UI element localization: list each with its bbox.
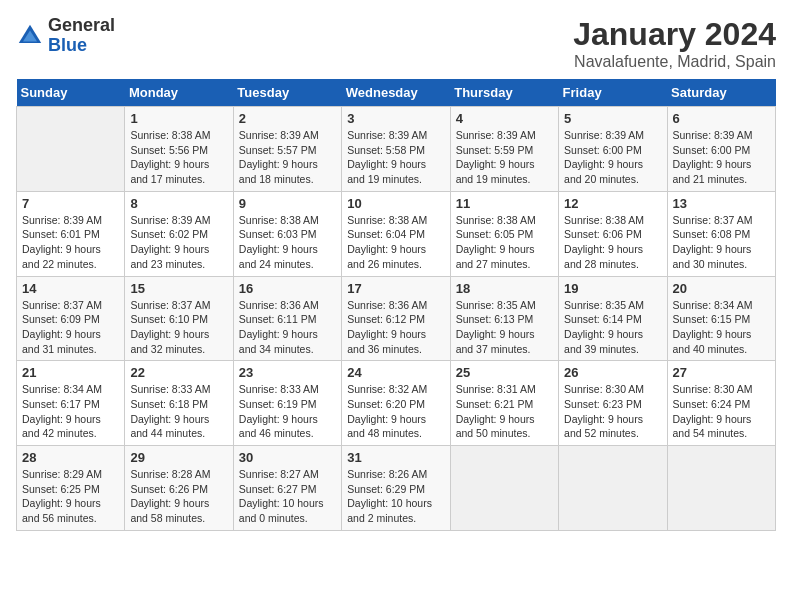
day-number: 9 [239, 196, 336, 211]
calendar-cell: 7Sunrise: 8:39 AM Sunset: 6:01 PM Daylig… [17, 191, 125, 276]
calendar-cell: 18Sunrise: 8:35 AM Sunset: 6:13 PM Dayli… [450, 276, 558, 361]
calendar-cell: 19Sunrise: 8:35 AM Sunset: 6:14 PM Dayli… [559, 276, 667, 361]
calendar-cell: 13Sunrise: 8:37 AM Sunset: 6:08 PM Dayli… [667, 191, 775, 276]
weekday-header-row: SundayMondayTuesdayWednesdayThursdayFrid… [17, 79, 776, 107]
calendar-cell: 26Sunrise: 8:30 AM Sunset: 6:23 PM Dayli… [559, 361, 667, 446]
day-number: 7 [22, 196, 119, 211]
calendar-cell: 14Sunrise: 8:37 AM Sunset: 6:09 PM Dayli… [17, 276, 125, 361]
calendar-cell: 30Sunrise: 8:27 AM Sunset: 6:27 PM Dayli… [233, 446, 341, 531]
day-number: 8 [130, 196, 227, 211]
weekday-header: Saturday [667, 79, 775, 107]
day-info: Sunrise: 8:33 AM Sunset: 6:19 PM Dayligh… [239, 382, 336, 441]
day-number: 28 [22, 450, 119, 465]
day-number: 14 [22, 281, 119, 296]
day-info: Sunrise: 8:38 AM Sunset: 5:56 PM Dayligh… [130, 128, 227, 187]
day-info: Sunrise: 8:38 AM Sunset: 6:06 PM Dayligh… [564, 213, 661, 272]
calendar-cell: 4Sunrise: 8:39 AM Sunset: 5:59 PM Daylig… [450, 107, 558, 192]
day-info: Sunrise: 8:30 AM Sunset: 6:24 PM Dayligh… [673, 382, 770, 441]
weekday-header: Friday [559, 79, 667, 107]
calendar-week-row: 7Sunrise: 8:39 AM Sunset: 6:01 PM Daylig… [17, 191, 776, 276]
calendar-cell: 3Sunrise: 8:39 AM Sunset: 5:58 PM Daylig… [342, 107, 450, 192]
calendar-cell: 10Sunrise: 8:38 AM Sunset: 6:04 PM Dayli… [342, 191, 450, 276]
day-info: Sunrise: 8:34 AM Sunset: 6:17 PM Dayligh… [22, 382, 119, 441]
calendar-cell: 1Sunrise: 8:38 AM Sunset: 5:56 PM Daylig… [125, 107, 233, 192]
calendar-week-row: 14Sunrise: 8:37 AM Sunset: 6:09 PM Dayli… [17, 276, 776, 361]
day-number: 23 [239, 365, 336, 380]
calendar-week-row: 21Sunrise: 8:34 AM Sunset: 6:17 PM Dayli… [17, 361, 776, 446]
calendar-cell: 9Sunrise: 8:38 AM Sunset: 6:03 PM Daylig… [233, 191, 341, 276]
day-number: 22 [130, 365, 227, 380]
title-area: January 2024 Navalafuente, Madrid, Spain [573, 16, 776, 71]
day-info: Sunrise: 8:39 AM Sunset: 6:02 PM Dayligh… [130, 213, 227, 272]
calendar-week-row: 1Sunrise: 8:38 AM Sunset: 5:56 PM Daylig… [17, 107, 776, 192]
day-number: 27 [673, 365, 770, 380]
weekday-header: Monday [125, 79, 233, 107]
location-subtitle: Navalafuente, Madrid, Spain [573, 53, 776, 71]
calendar-cell: 25Sunrise: 8:31 AM Sunset: 6:21 PM Dayli… [450, 361, 558, 446]
day-info: Sunrise: 8:39 AM Sunset: 5:59 PM Dayligh… [456, 128, 553, 187]
day-number: 6 [673, 111, 770, 126]
calendar-cell: 12Sunrise: 8:38 AM Sunset: 6:06 PM Dayli… [559, 191, 667, 276]
day-info: Sunrise: 8:33 AM Sunset: 6:18 PM Dayligh… [130, 382, 227, 441]
day-info: Sunrise: 8:37 AM Sunset: 6:08 PM Dayligh… [673, 213, 770, 272]
day-number: 1 [130, 111, 227, 126]
calendar-cell: 21Sunrise: 8:34 AM Sunset: 6:17 PM Dayli… [17, 361, 125, 446]
calendar-cell: 27Sunrise: 8:30 AM Sunset: 6:24 PM Dayli… [667, 361, 775, 446]
day-number: 29 [130, 450, 227, 465]
calendar-cell: 11Sunrise: 8:38 AM Sunset: 6:05 PM Dayli… [450, 191, 558, 276]
day-number: 5 [564, 111, 661, 126]
day-info: Sunrise: 8:37 AM Sunset: 6:10 PM Dayligh… [130, 298, 227, 357]
logo-icon [16, 22, 44, 50]
day-info: Sunrise: 8:39 AM Sunset: 6:01 PM Dayligh… [22, 213, 119, 272]
calendar-cell: 8Sunrise: 8:39 AM Sunset: 6:02 PM Daylig… [125, 191, 233, 276]
day-info: Sunrise: 8:36 AM Sunset: 6:11 PM Dayligh… [239, 298, 336, 357]
calendar-week-row: 28Sunrise: 8:29 AM Sunset: 6:25 PM Dayli… [17, 446, 776, 531]
weekday-header: Wednesday [342, 79, 450, 107]
calendar-cell: 15Sunrise: 8:37 AM Sunset: 6:10 PM Dayli… [125, 276, 233, 361]
weekday-header: Tuesday [233, 79, 341, 107]
logo-text: General Blue [48, 16, 115, 56]
day-number: 11 [456, 196, 553, 211]
day-number: 31 [347, 450, 444, 465]
calendar-cell: 28Sunrise: 8:29 AM Sunset: 6:25 PM Dayli… [17, 446, 125, 531]
calendar-cell: 29Sunrise: 8:28 AM Sunset: 6:26 PM Dayli… [125, 446, 233, 531]
logo: General Blue [16, 16, 115, 56]
calendar-cell: 23Sunrise: 8:33 AM Sunset: 6:19 PM Dayli… [233, 361, 341, 446]
month-title: January 2024 [573, 16, 776, 53]
page-header: General Blue January 2024 Navalafuente, … [16, 16, 776, 71]
calendar-cell: 5Sunrise: 8:39 AM Sunset: 6:00 PM Daylig… [559, 107, 667, 192]
calendar-cell: 6Sunrise: 8:39 AM Sunset: 6:00 PM Daylig… [667, 107, 775, 192]
day-info: Sunrise: 8:36 AM Sunset: 6:12 PM Dayligh… [347, 298, 444, 357]
day-number: 20 [673, 281, 770, 296]
day-number: 13 [673, 196, 770, 211]
calendar-table: SundayMondayTuesdayWednesdayThursdayFrid… [16, 79, 776, 531]
day-number: 21 [22, 365, 119, 380]
day-info: Sunrise: 8:39 AM Sunset: 6:00 PM Dayligh… [564, 128, 661, 187]
day-number: 18 [456, 281, 553, 296]
calendar-cell: 16Sunrise: 8:36 AM Sunset: 6:11 PM Dayli… [233, 276, 341, 361]
day-info: Sunrise: 8:38 AM Sunset: 6:04 PM Dayligh… [347, 213, 444, 272]
logo-blue: Blue [48, 36, 115, 56]
day-number: 26 [564, 365, 661, 380]
weekday-header: Thursday [450, 79, 558, 107]
day-info: Sunrise: 8:35 AM Sunset: 6:14 PM Dayligh… [564, 298, 661, 357]
day-number: 19 [564, 281, 661, 296]
calendar-cell [450, 446, 558, 531]
day-info: Sunrise: 8:39 AM Sunset: 5:58 PM Dayligh… [347, 128, 444, 187]
day-info: Sunrise: 8:26 AM Sunset: 6:29 PM Dayligh… [347, 467, 444, 526]
day-info: Sunrise: 8:38 AM Sunset: 6:03 PM Dayligh… [239, 213, 336, 272]
day-number: 30 [239, 450, 336, 465]
day-number: 15 [130, 281, 227, 296]
logo-general: General [48, 16, 115, 36]
calendar-cell: 2Sunrise: 8:39 AM Sunset: 5:57 PM Daylig… [233, 107, 341, 192]
calendar-cell: 20Sunrise: 8:34 AM Sunset: 6:15 PM Dayli… [667, 276, 775, 361]
day-number: 2 [239, 111, 336, 126]
day-info: Sunrise: 8:27 AM Sunset: 6:27 PM Dayligh… [239, 467, 336, 526]
day-info: Sunrise: 8:39 AM Sunset: 5:57 PM Dayligh… [239, 128, 336, 187]
day-info: Sunrise: 8:30 AM Sunset: 6:23 PM Dayligh… [564, 382, 661, 441]
day-info: Sunrise: 8:39 AM Sunset: 6:00 PM Dayligh… [673, 128, 770, 187]
day-number: 12 [564, 196, 661, 211]
day-info: Sunrise: 8:29 AM Sunset: 6:25 PM Dayligh… [22, 467, 119, 526]
calendar-cell [667, 446, 775, 531]
day-info: Sunrise: 8:35 AM Sunset: 6:13 PM Dayligh… [456, 298, 553, 357]
